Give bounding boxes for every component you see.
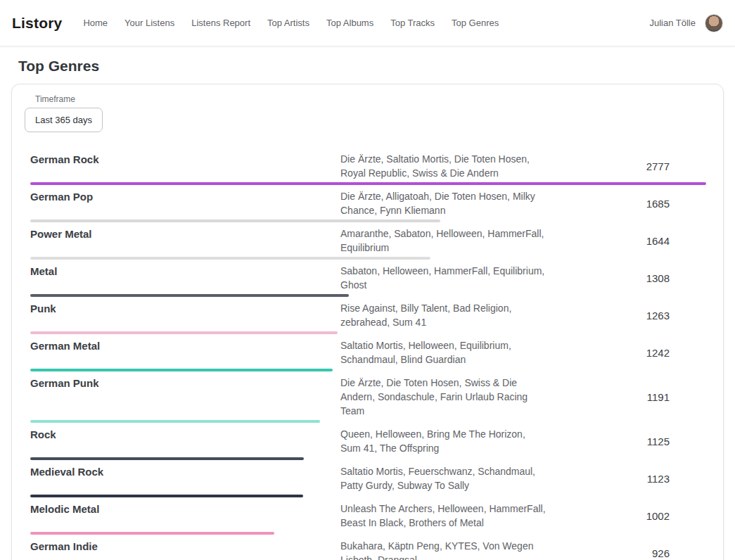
timeframe-select[interactable]: Last 365 days	[25, 108, 103, 132]
genre-count: 1123	[548, 473, 706, 485]
genre-count: 2777	[548, 160, 706, 172]
genre-count: 1308	[548, 272, 706, 284]
nav-item-top-tracks[interactable]: Top Tracks	[390, 18, 435, 28]
genre-row: German Punk Die Ärzte, Die Toten Hosen, …	[30, 371, 706, 423]
top-genres-card: Timeframe Last 365 days German Rock Die …	[11, 84, 724, 560]
genre-row: Medieval Rock Saltatio Mortis, Feuerschw…	[30, 460, 706, 497]
genre-artists: Bukahara, Käptn Peng, KYTES, Von Wegen L…	[340, 539, 548, 560]
genre-count: 1242	[548, 347, 706, 359]
genre-artists: Unleash The Archers, Helloween, HammerFa…	[340, 502, 548, 530]
nav-item-your-listens[interactable]: Your Listens	[124, 18, 174, 28]
genre-name: Rock	[30, 427, 340, 455]
genre-name: German Pop	[30, 189, 340, 217]
genre-list: German Rock Die Ärzte, Saltatio Mortis, …	[30, 148, 706, 560]
user-area: Julian Tölle	[649, 14, 723, 32]
genre-row: Punk Rise Against, Billy Talent, Bad Rel…	[30, 297, 706, 334]
genre-row: German Pop Die Ärzte, Alligatoah, Die To…	[30, 185, 706, 222]
nav-item-top-albums[interactable]: Top Albums	[326, 18, 373, 28]
genre-artists: Queen, Helloween, Bring Me The Horizon, …	[340, 427, 548, 455]
genre-name: German Metal	[30, 338, 340, 367]
user-avatar[interactable]	[705, 14, 723, 32]
timeframe-label: Timeframe	[35, 94, 706, 104]
genre-row: German Rock Die Ärzte, Saltatio Mortis, …	[30, 148, 706, 185]
genre-row: German Metal Saltatio Mortis, Helloween,…	[30, 334, 706, 371]
genre-name: German Rock	[30, 152, 340, 180]
genre-artists: Die Ärzte, Die Toten Hosen, Swiss & Die …	[340, 376, 548, 418]
genre-artists: Amaranthe, Sabaton, Helloween, HammerFal…	[340, 227, 548, 255]
nav-item-listens-report[interactable]: Listens Report	[191, 18, 250, 28]
genre-count: 1685	[548, 198, 706, 210]
genre-artists: Saltatio Mortis, Helloween, Equilibrium,…	[340, 338, 548, 367]
main-content: Top Genres Timeframe Last 365 days Germa…	[0, 58, 735, 560]
brand-logo[interactable]: Listory	[12, 15, 62, 32]
main-nav: Home Your Listens Listens Report Top Art…	[83, 18, 499, 28]
genre-name: Punk	[30, 301, 340, 329]
genre-count: 926	[548, 547, 706, 559]
timeframe-select-value: Last 365 days	[35, 115, 92, 125]
user-name[interactable]: Julian Tölle	[649, 18, 696, 28]
genre-row: Rock Queen, Helloween, Bring Me The Hori…	[30, 423, 706, 460]
genre-artists: Die Ärzte, Saltatio Mortis, Die Toten Ho…	[340, 152, 548, 180]
page-title: Top Genres	[18, 58, 735, 75]
genre-count: 1644	[548, 235, 706, 247]
genre-name: German Punk	[30, 376, 340, 418]
genre-name: Metal	[30, 264, 340, 292]
genre-artists: Sabaton, Helloween, HammerFall, Equilibr…	[340, 264, 548, 292]
genre-row: Metal Sabaton, Helloween, HammerFall, Eq…	[30, 260, 706, 297]
genre-artists: Die Ärzte, Alligatoah, Die Toten Hosen, …	[340, 189, 548, 217]
genre-count: 1125	[548, 435, 706, 447]
genre-artists: Rise Against, Billy Talent, Bad Religion…	[340, 301, 548, 329]
genre-row: Power Metal Amaranthe, Sabaton, Hellowee…	[30, 222, 706, 260]
genre-name: German Indie	[30, 539, 340, 560]
top-navbar: Listory Home Your Listens Listens Report…	[0, 0, 735, 46]
genre-count: 1002	[548, 510, 706, 522]
genre-row: Melodic Metal Unleash The Archers, Hello…	[30, 497, 706, 535]
nav-item-home[interactable]: Home	[83, 18, 108, 28]
genre-name: Medieval Rock	[30, 464, 340, 492]
genre-artists: Saltatio Mortis, Feuerschwanz, Schandmau…	[340, 464, 548, 492]
genre-count: 1263	[548, 310, 706, 322]
genre-row: German Indie Bukahara, Käptn Peng, KYTES…	[30, 535, 706, 560]
genre-name: Power Metal	[30, 227, 340, 255]
nav-item-top-artists[interactable]: Top Artists	[267, 18, 309, 28]
nav-item-top-genres[interactable]: Top Genres	[452, 18, 499, 28]
genre-count: 1191	[548, 391, 706, 403]
genre-name: Melodic Metal	[30, 502, 340, 530]
